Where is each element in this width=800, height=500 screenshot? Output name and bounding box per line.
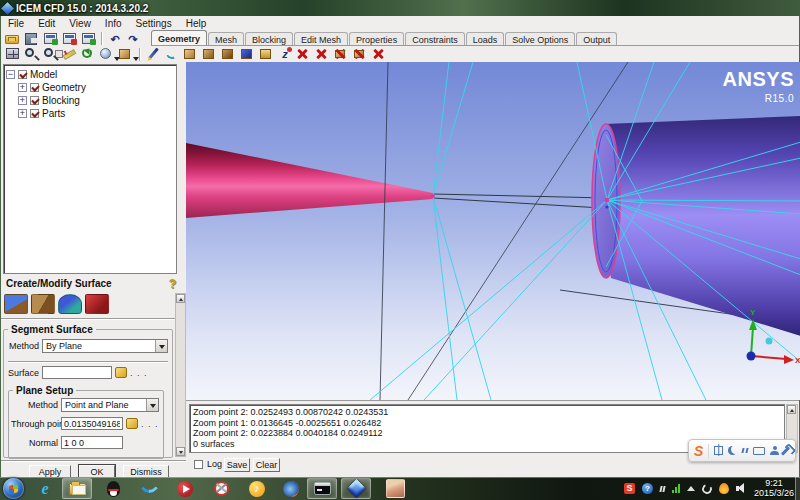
scroll-up-icon[interactable]: [176, 294, 185, 303]
collapse-icon[interactable]: [6, 70, 15, 79]
open-project-icon[interactable]: [4, 32, 21, 46]
zoom-region-icon[interactable]: [42, 47, 59, 61]
ime-toolbar[interactable]: S: [688, 439, 796, 462]
chinese-mode-icon[interactable]: [714, 446, 723, 455]
taskbar-photo-viewer[interactable]: [378, 478, 412, 499]
scene-canvas[interactable]: Y X: [186, 62, 800, 400]
taskbar-internet-explorer[interactable]: e: [30, 478, 60, 499]
tree-item-model[interactable]: Model: [6, 68, 174, 81]
tab-loads[interactable]: Loads: [466, 32, 505, 45]
taskbar-file-explorer[interactable]: [62, 478, 92, 499]
tab-output[interactable]: Output: [576, 32, 617, 45]
parts-checkbox-icon[interactable]: [30, 109, 39, 118]
isometric-view-icon[interactable]: [118, 47, 135, 61]
tab-properties[interactable]: Properties: [349, 32, 404, 45]
export-window-icon[interactable]: [61, 32, 78, 46]
tree-item-parts[interactable]: Parts: [6, 107, 174, 120]
tab-solve-options[interactable]: Solve Options: [505, 32, 575, 45]
create-surface-tool-icon[interactable]: [4, 294, 28, 314]
taskbar-qq[interactable]: [98, 478, 128, 499]
menu-file[interactable]: File: [1, 18, 31, 29]
tree-item-blocking[interactable]: Blocking: [6, 94, 174, 107]
account-icon[interactable]: [770, 446, 779, 455]
plane-method-select[interactable]: Point and Plane: [61, 398, 159, 412]
security-tray-icon[interactable]: [719, 483, 729, 494]
chevron-down-icon[interactable]: [146, 399, 158, 411]
menu-view[interactable]: View: [62, 18, 98, 29]
zoom-icon[interactable]: [23, 47, 40, 61]
sogou-logo-icon[interactable]: S: [694, 441, 703, 461]
import-window-icon[interactable]: [42, 32, 59, 46]
create-surface-icon[interactable]: [183, 47, 200, 61]
create-curve-icon[interactable]: [164, 47, 181, 61]
taskbar-clock[interactable]: 9:21 2015/3/26: [751, 478, 797, 498]
viewport-3d[interactable]: Y X ANSYS R15.0: [186, 62, 800, 400]
taskbar-music-player[interactable]: [242, 478, 272, 499]
tab-blocking[interactable]: Blocking: [245, 32, 293, 45]
help-tray-icon[interactable]: [642, 483, 653, 494]
help-icon[interactable]: ?: [169, 277, 176, 291]
browse-button[interactable]: . . .: [130, 368, 148, 378]
scroll-up-icon[interactable]: [787, 405, 796, 414]
wifi-icon[interactable]: [672, 484, 680, 493]
segment-surface-tool-icon[interactable]: [85, 294, 109, 314]
measure-icon[interactable]: [61, 47, 78, 61]
taskbar-screenshot-tool[interactable]: [206, 478, 236, 499]
undo-icon[interactable]: ↶: [107, 32, 123, 46]
tab-edit-mesh[interactable]: Edit Mesh: [294, 32, 348, 45]
start-button[interactable]: [3, 478, 24, 499]
create-body-icon[interactable]: [202, 47, 219, 61]
select-surface-icon[interactable]: [115, 367, 127, 378]
sogou-tray-icon[interactable]: [624, 483, 635, 494]
save-log-button[interactable]: Save: [224, 458, 250, 472]
volume-icon[interactable]: [736, 483, 748, 494]
menu-info[interactable]: Info: [98, 18, 129, 29]
surface-input[interactable]: [42, 366, 112, 379]
delete-point-icon[interactable]: [294, 47, 311, 61]
copy-window-icon[interactable]: [80, 32, 97, 46]
segment-method-select[interactable]: By Plane: [42, 339, 168, 353]
create-point-icon[interactable]: [145, 47, 162, 61]
punctuation-mode-icon[interactable]: [742, 448, 749, 453]
tree-item-geometry[interactable]: Geometry: [6, 81, 174, 94]
fit-view-icon[interactable]: [4, 47, 21, 61]
delete-curve-icon[interactable]: [313, 47, 330, 61]
menu-edit[interactable]: Edit: [31, 18, 62, 29]
scroll-down-icon[interactable]: [176, 447, 185, 456]
panel-scrollbar[interactable]: [175, 293, 186, 457]
normal-input[interactable]: [61, 436, 123, 449]
refresh-icon[interactable]: [80, 47, 97, 61]
soft-keyboard-icon[interactable]: [753, 447, 765, 455]
delete-body-icon[interactable]: [351, 47, 368, 61]
log-checkbox[interactable]: [194, 460, 203, 469]
expand-icon[interactable]: [18, 96, 27, 105]
tab-mesh[interactable]: Mesh: [208, 32, 244, 45]
z-fit-icon[interactable]: z: [278, 47, 292, 61]
taskbar-thunderbird[interactable]: [134, 478, 164, 499]
create-facets-icon[interactable]: [221, 47, 238, 61]
geometry-checkbox-icon[interactable]: [30, 83, 39, 92]
expand-icon[interactable]: [18, 109, 27, 118]
show-hidden-icons[interactable]: [687, 486, 695, 491]
blocking-checkbox-icon[interactable]: [30, 96, 39, 105]
trim-surface-tool-icon[interactable]: [31, 294, 55, 314]
merge-surface-tool-icon[interactable]: [58, 294, 82, 314]
sync-icon[interactable]: [701, 482, 714, 495]
settings-wrench-icon[interactable]: [781, 446, 790, 455]
taskbar-icem-cfd[interactable]: [341, 478, 371, 499]
tab-constraints[interactable]: Constraints: [405, 32, 465, 45]
tab-geometry[interactable]: Geometry: [151, 30, 207, 45]
model-checkbox-icon[interactable]: [18, 70, 27, 79]
browse-button[interactable]: . . .: [141, 419, 159, 429]
titlebar[interactable]: ICEM CFD 15.0 : 2014.3.20.2: [0, 0, 800, 16]
transform-geometry-icon[interactable]: [259, 47, 276, 61]
pick-point-icon[interactable]: [126, 418, 138, 429]
show-desktop-button[interactable]: [795, 477, 800, 500]
view-direction-icon[interactable]: [99, 47, 116, 61]
expand-icon[interactable]: [18, 83, 27, 92]
save-project-icon[interactable]: [23, 32, 40, 46]
chevron-down-icon[interactable]: [155, 340, 167, 352]
ime-state-icon[interactable]: [659, 486, 665, 492]
through-point-input[interactable]: [61, 417, 123, 430]
menu-help[interactable]: Help: [179, 18, 214, 29]
